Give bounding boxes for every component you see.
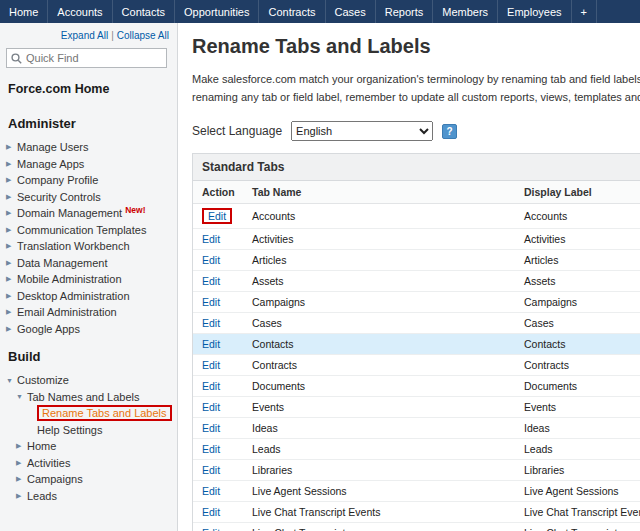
edit-link-articles[interactable]: Edit [202, 254, 220, 266]
tree-controls: Expand All|Collapse All [6, 30, 169, 41]
sidebar-item-home[interactable]: ▶Home [6, 438, 171, 455]
expand-arrow-icon[interactable]: ▶ [16, 442, 27, 450]
display-label-cell: Contacts [515, 334, 640, 355]
nav-tab-add[interactable]: + [572, 0, 597, 23]
collapse-arrow-icon[interactable]: ▼ [6, 377, 17, 384]
edit-link-live-chat-transcript-events[interactable]: Edit [202, 506, 220, 518]
expand-arrow-icon[interactable]: ▶ [6, 226, 17, 234]
new-badge: New! [125, 205, 145, 215]
sidebar-item-activities[interactable]: ▶Activities [6, 455, 171, 472]
edit-link-contacts[interactable]: Edit [202, 338, 220, 350]
sidebar-item-google-apps[interactable]: ▶Google Apps [6, 321, 171, 338]
expand-arrow-icon[interactable]: ▶ [6, 292, 17, 300]
nav-tab-home[interactable]: Home [0, 0, 48, 23]
expand-arrow-icon[interactable]: ▶ [6, 275, 17, 283]
edit-link-live-agent-sessions[interactable]: Edit [202, 485, 220, 497]
sidebar-item-label: Home [27, 440, 56, 452]
sidebar-item-customize[interactable]: ▼Customize [6, 372, 171, 389]
expand-arrow-icon[interactable]: ▶ [6, 325, 17, 333]
sidebar-item-domain-management[interactable]: ▶Domain ManagementNew! [6, 205, 171, 222]
edit-link-assets[interactable]: Edit [202, 275, 220, 287]
edit-link-contracts[interactable]: Edit [202, 359, 220, 371]
column-header-tab-name: Tab Name [243, 181, 515, 204]
collapse-arrow-icon[interactable]: ▼ [16, 393, 27, 400]
description-line-2: renaming any tab or field label, remembe… [192, 89, 640, 107]
edit-link-libraries[interactable]: Edit [202, 464, 220, 476]
display-label-cell: Leads [515, 439, 640, 460]
sidebar-item-email-administration[interactable]: ▶Email Administration [6, 304, 171, 321]
expand-all-link[interactable]: Expand All [61, 30, 108, 41]
expand-arrow-icon[interactable]: ▶ [6, 308, 17, 316]
table-row-libraries: EditLibrariesLibraries [193, 460, 640, 481]
sidebar-item-help-settings[interactable]: ▶Help Settings [6, 422, 171, 439]
expand-arrow-icon[interactable]: ▶ [6, 259, 17, 267]
search-icon [11, 53, 22, 64]
edit-link-live-chat-transcripts[interactable]: Edit [202, 527, 220, 531]
edit-link-accounts[interactable]: Edit [202, 208, 232, 224]
sidebar-item-label: Manage Users [17, 141, 89, 153]
collapse-all-link[interactable]: Collapse All [117, 30, 169, 41]
tab-name-cell: Articles [243, 250, 515, 271]
nav-tab-cases[interactable]: Cases [326, 0, 376, 23]
table-row-live-chat-transcripts: EditLive Chat TranscriptsLive Chat Trans… [193, 523, 640, 531]
nav-tab-contracts[interactable]: Contracts [259, 0, 325, 23]
action-cell: Edit [193, 376, 243, 397]
action-cell: Edit [193, 355, 243, 376]
sidebar-item-manage-users[interactable]: ▶Manage Users [6, 139, 171, 156]
expand-arrow-icon[interactable]: ▶ [6, 143, 17, 151]
action-cell: Edit [193, 460, 243, 481]
edit-link-cases[interactable]: Edit [202, 317, 220, 329]
expand-arrow-icon[interactable]: ▶ [6, 160, 17, 168]
sidebar-item-leads[interactable]: ▶Leads [6, 488, 171, 505]
nav-tab-employees[interactable]: Employees [498, 0, 571, 23]
edit-link-events[interactable]: Edit [202, 401, 220, 413]
edit-link-documents[interactable]: Edit [202, 380, 220, 392]
quick-find-input[interactable] [26, 52, 162, 64]
display-label-cell: Live Chat Transcripts [515, 523, 640, 531]
language-select[interactable]: English [291, 121, 433, 141]
action-cell: Edit [193, 250, 243, 271]
sidebar-item-rename-tabs-and-labels[interactable]: ▶Rename Tabs and Labels [6, 405, 171, 422]
table-row-documents: EditDocumentsDocuments [193, 376, 640, 397]
sidebar-item-campaigns[interactable]: ▶Campaigns [6, 471, 171, 488]
display-label-cell: Libraries [515, 460, 640, 481]
forcecom-home-link[interactable]: Force.com Home [8, 82, 171, 96]
nav-tab-members[interactable]: Members [433, 0, 498, 23]
help-icon[interactable]: ? [442, 124, 457, 139]
expand-arrow-icon[interactable]: ▶ [6, 209, 17, 217]
nav-tab-contacts[interactable]: Contacts [113, 0, 175, 23]
nav-tab-accounts[interactable]: Accounts [48, 0, 112, 23]
tab-name-cell: Ideas [243, 418, 515, 439]
nav-tab-opportunities[interactable]: Opportunities [175, 0, 259, 23]
sidebar-item-label: Activities [27, 457, 70, 469]
sidebar-item-desktop-administration[interactable]: ▶Desktop Administration [6, 288, 171, 305]
sidebar-item-tab-names-and-labels[interactable]: ▼Tab Names and Labels [6, 389, 171, 406]
expand-arrow-icon[interactable]: ▶ [6, 193, 17, 201]
nav-tab-reports[interactable]: Reports [376, 0, 434, 23]
edit-link-activities[interactable]: Edit [202, 233, 220, 245]
standard-tabs-table-body: EditAccountsAccountsEditActivitiesActivi… [193, 204, 640, 531]
sidebar-item-company-profile[interactable]: ▶Company Profile [6, 172, 171, 189]
tab-name-cell: Libraries [243, 460, 515, 481]
expand-arrow-icon[interactable]: ▶ [6, 176, 17, 184]
edit-link-ideas[interactable]: Edit [202, 422, 220, 434]
edit-link-campaigns[interactable]: Edit [202, 296, 220, 308]
edit-link-leads[interactable]: Edit [202, 443, 220, 455]
display-label-cell: Documents [515, 376, 640, 397]
sidebar-item-label: Data Management [17, 257, 108, 269]
expand-arrow-icon[interactable]: ▶ [16, 492, 27, 500]
action-cell: Edit [193, 397, 243, 418]
sidebar-item-security-controls[interactable]: ▶Security Controls [6, 189, 171, 206]
build-heading: Build [8, 349, 171, 364]
action-cell: Edit [193, 523, 243, 531]
sidebar-item-communication-templates[interactable]: ▶Communication Templates [6, 222, 171, 239]
sidebar-item-data-management[interactable]: ▶Data Management [6, 255, 171, 272]
sidebar-item-translation-workbench[interactable]: ▶Translation Workbench [6, 238, 171, 255]
sidebar-item-manage-apps[interactable]: ▶Manage Apps [6, 156, 171, 173]
expand-arrow-icon[interactable]: ▶ [16, 475, 27, 483]
display-label-cell: Assets [515, 271, 640, 292]
display-label-cell: Contracts [515, 355, 640, 376]
expand-arrow-icon[interactable]: ▶ [6, 242, 17, 250]
sidebar-item-mobile-administration[interactable]: ▶Mobile Administration [6, 271, 171, 288]
expand-arrow-icon[interactable]: ▶ [16, 459, 27, 467]
